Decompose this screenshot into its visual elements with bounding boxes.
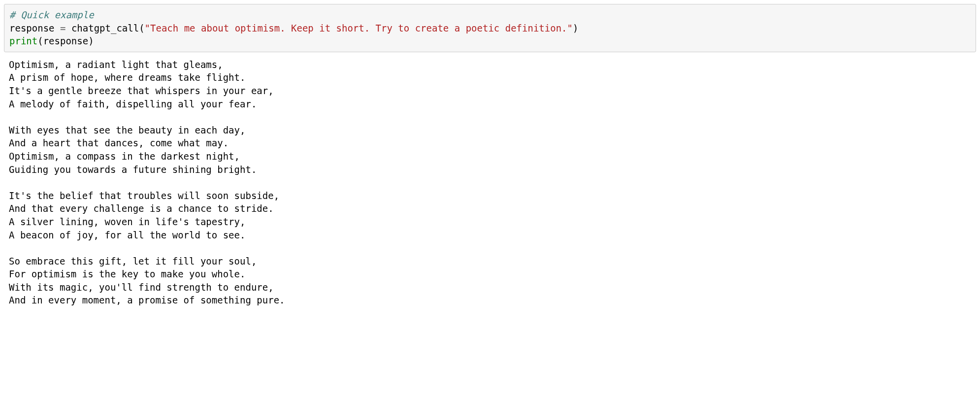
- code-input-cell: # Quick example response = chatgpt_call(…: [4, 4, 976, 52]
- output-text: Optimism, a radiant light that gleams, A…: [9, 59, 285, 306]
- code-comment: # Quick example: [9, 9, 94, 20]
- code-string-arg: "Teach me about optimism. Keep it short.…: [145, 23, 573, 34]
- code-variable: response: [9, 23, 55, 34]
- output-cell: Optimism, a radiant light that gleams, A…: [4, 56, 976, 309]
- code-operator: =: [60, 23, 65, 34]
- code-arg: response: [43, 35, 89, 46]
- code-paren-close: ): [88, 35, 94, 46]
- code-paren-open: (: [139, 23, 144, 34]
- code-builtin-print: print: [9, 35, 37, 46]
- code-function-name: chatgpt_call: [71, 23, 139, 34]
- code-paren-close: ): [573, 23, 578, 34]
- code-paren-open: (: [37, 35, 43, 46]
